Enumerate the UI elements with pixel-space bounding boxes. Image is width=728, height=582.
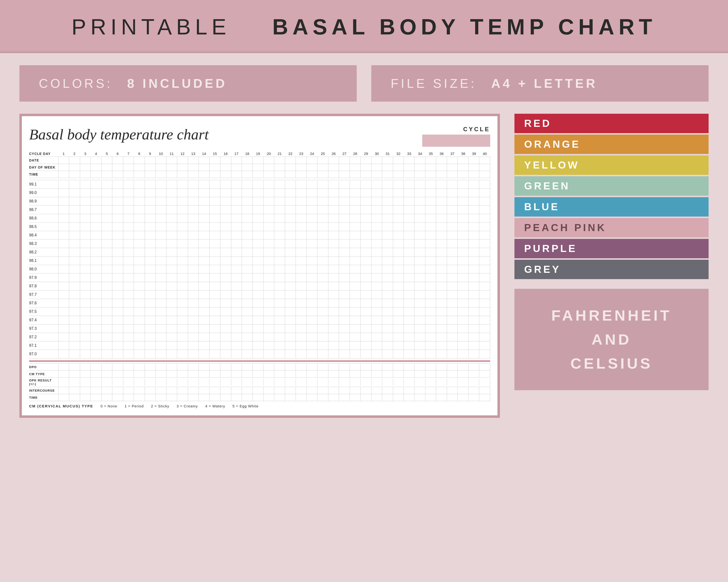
cycle-input-box[interactable] bbox=[422, 135, 490, 147]
grid-cell bbox=[102, 256, 112, 265]
grid-cell bbox=[296, 316, 307, 324]
grid-cell bbox=[404, 223, 414, 231]
temp-row: 97.9 bbox=[29, 274, 490, 282]
grid-cell bbox=[447, 164, 458, 171]
grid-cell bbox=[69, 223, 80, 231]
grid-cell bbox=[112, 274, 123, 282]
grid-cell bbox=[199, 379, 209, 386]
grid-cell bbox=[317, 394, 328, 401]
grid-cell bbox=[339, 290, 350, 299]
grid-cell bbox=[328, 299, 339, 307]
grid-cell bbox=[447, 379, 458, 386]
grid-cell bbox=[145, 274, 156, 282]
grid-cell bbox=[145, 265, 156, 273]
grid-cell bbox=[263, 290, 274, 299]
grid-cell bbox=[220, 316, 231, 324]
grid-cell bbox=[199, 394, 209, 401]
grid-cell bbox=[350, 223, 361, 231]
grid-cell bbox=[91, 157, 101, 164]
grid-cell bbox=[382, 157, 393, 164]
day-number: 8 bbox=[134, 151, 145, 156]
grid-cell bbox=[350, 299, 361, 307]
grid-cell bbox=[242, 350, 253, 358]
grid-cell bbox=[328, 157, 339, 164]
grid-cell bbox=[166, 394, 177, 401]
grid-cell bbox=[134, 265, 145, 273]
grid-cell bbox=[166, 299, 177, 307]
grid-cell bbox=[242, 164, 253, 171]
grid-cell bbox=[231, 214, 242, 222]
grid-cell bbox=[156, 370, 166, 377]
grid-cell bbox=[69, 394, 80, 401]
grid-cell bbox=[339, 240, 350, 248]
grid-cell bbox=[80, 240, 91, 248]
grid-cell bbox=[166, 240, 177, 248]
grid-cell bbox=[285, 350, 296, 358]
day-number: 26 bbox=[328, 151, 339, 156]
grid-cell bbox=[199, 333, 209, 341]
temp-label: 97.7 bbox=[29, 292, 58, 298]
grid-cell bbox=[307, 299, 317, 307]
grid-cell bbox=[220, 307, 231, 316]
temp-label: 97.8 bbox=[29, 283, 58, 289]
grid-cell bbox=[220, 325, 231, 333]
grid-cell bbox=[177, 363, 188, 370]
grid-cell bbox=[404, 206, 414, 214]
temp-row-cells bbox=[58, 350, 490, 358]
grid-cell bbox=[166, 214, 177, 222]
temp-row: 98.4 bbox=[29, 231, 490, 240]
grid-cell bbox=[404, 282, 414, 290]
grid-cell bbox=[242, 282, 253, 290]
temp-label: 98.9 bbox=[29, 198, 58, 204]
grid-cell bbox=[414, 248, 425, 256]
grid-cell bbox=[447, 214, 458, 222]
grid-cell bbox=[317, 164, 328, 171]
grid-cell bbox=[361, 316, 371, 324]
grid-cell bbox=[199, 223, 209, 231]
grid-cell bbox=[458, 325, 468, 333]
grid-cell bbox=[371, 180, 382, 188]
grid-cell bbox=[134, 325, 145, 333]
grid-cell bbox=[296, 197, 307, 205]
grid-cell bbox=[166, 164, 177, 171]
grid-cell bbox=[145, 379, 156, 386]
grid-cell bbox=[317, 223, 328, 231]
grid-cell bbox=[296, 363, 307, 370]
temp-label: 98.7 bbox=[29, 206, 58, 213]
grid-cell bbox=[469, 290, 479, 299]
grid-cell bbox=[156, 290, 166, 299]
grid-cell bbox=[231, 341, 242, 350]
grid-cell bbox=[253, 379, 263, 386]
grid-cell bbox=[156, 164, 166, 171]
grid-cell bbox=[296, 350, 307, 358]
grid-cell bbox=[274, 223, 285, 231]
grid-cell bbox=[102, 223, 112, 231]
temp-row-cells bbox=[58, 282, 490, 290]
temp-row-cells bbox=[58, 307, 490, 316]
grid-cell bbox=[371, 387, 382, 394]
grid-cell bbox=[156, 379, 166, 386]
temp-label: 98.3 bbox=[29, 241, 58, 247]
grid-cell bbox=[199, 299, 209, 307]
grid-cell bbox=[339, 333, 350, 341]
grid-cell bbox=[404, 333, 414, 341]
grid-cell bbox=[177, 325, 188, 333]
grid-cell bbox=[177, 171, 188, 178]
grid-cell bbox=[393, 171, 404, 178]
grid-cell bbox=[307, 307, 317, 316]
grid-cell bbox=[263, 214, 274, 222]
grid-cell bbox=[145, 282, 156, 290]
grid-cell bbox=[210, 206, 220, 214]
grid-cell bbox=[436, 265, 447, 273]
grid-cell bbox=[156, 363, 166, 370]
grid-cell bbox=[91, 333, 101, 341]
grid-cell bbox=[339, 171, 350, 178]
grid-cell bbox=[210, 189, 220, 197]
grid-cell bbox=[69, 197, 80, 205]
grid-cell bbox=[425, 370, 436, 377]
grid-cell bbox=[436, 248, 447, 256]
grid-cell bbox=[220, 370, 231, 377]
grid-cell bbox=[307, 379, 317, 386]
grid-cell bbox=[317, 189, 328, 197]
day-number: 37 bbox=[447, 151, 458, 156]
